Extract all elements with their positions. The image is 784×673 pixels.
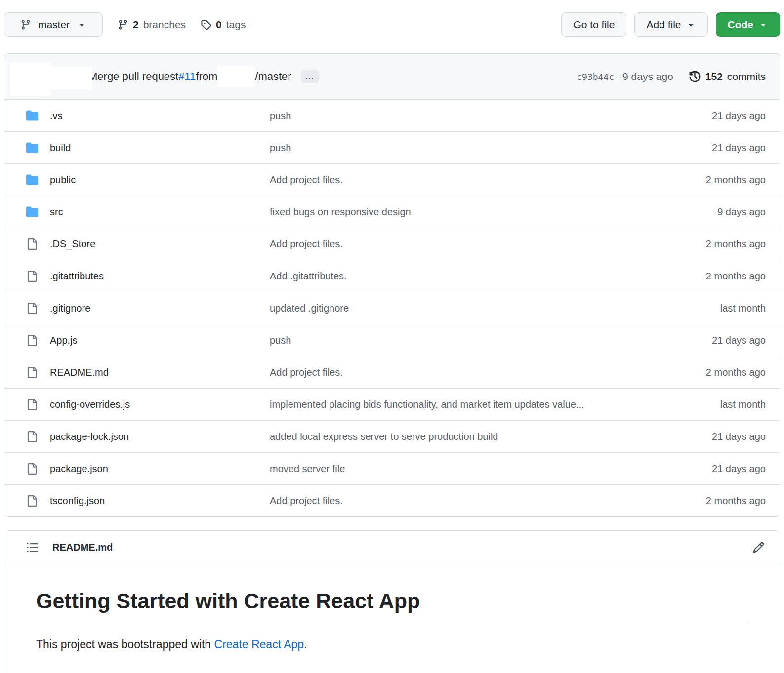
last-commit-date: 21 days ago <box>712 142 766 154</box>
readme-content: Getting Started with Create React App Th… <box>4 564 780 673</box>
readme-header: README.md <box>4 531 780 564</box>
commits-count: 152 <box>705 71 723 82</box>
file-icon <box>26 335 38 346</box>
branches-count: 2 <box>133 19 139 31</box>
file-row: src fixed bugs on responsive design 9 da… <box>4 196 780 228</box>
folder-icon <box>26 206 38 218</box>
last-commit-date: 2 months ago <box>706 495 766 507</box>
git-branch-icon <box>118 19 128 30</box>
file-name-link[interactable]: .vs <box>50 110 270 121</box>
commit-message-link[interactable]: push <box>270 110 712 121</box>
file-row: tsconfig.json Add project files. 2 month… <box>4 484 780 516</box>
file-name-link[interactable]: README.md <box>50 367 270 378</box>
current-branch-label: master <box>38 19 70 31</box>
file-icon <box>26 463 38 475</box>
file-row: App.js push 21 days ago <box>4 324 780 356</box>
chevron-down-icon <box>758 20 768 30</box>
latest-commit-bar: Merge pull request #11 from /master ... … <box>4 54 780 99</box>
readme-outline-button[interactable] <box>26 541 39 554</box>
repo-toolbar: master 2 branches 0 tags Go to file Add … <box>4 12 780 37</box>
file-icon <box>26 367 38 378</box>
file-name-link[interactable]: config-overrides.js <box>50 399 270 410</box>
file-row: package.json moved server file 21 days a… <box>4 452 780 484</box>
file-name-link[interactable]: public <box>50 174 270 186</box>
commit-message-link[interactable]: moved server file <box>270 463 712 475</box>
tags-count: 0 <box>216 19 222 31</box>
folder-icon <box>26 142 38 154</box>
file-icon <box>26 238 38 250</box>
file-name-link[interactable]: tsconfig.json <box>50 495 270 507</box>
pr-link[interactable]: #11 <box>178 70 196 83</box>
commit-message-link[interactable]: push <box>270 142 712 154</box>
commit-message-link[interactable]: Add project files. <box>270 367 706 378</box>
repo-page: master 2 branches 0 tags Go to file Add … <box>0 0 784 673</box>
chevron-down-icon <box>77 20 86 30</box>
create-react-app-link[interactable]: Create React App <box>214 638 304 651</box>
code-button[interactable]: Code <box>716 12 781 37</box>
toolbar-actions: Go to file Add file Code <box>561 12 780 37</box>
file-name-link[interactable]: src <box>50 206 270 218</box>
tags-link[interactable]: 0 tags <box>201 19 246 31</box>
commit-message-link[interactable]: Add .gitattributes. <box>270 271 706 282</box>
file-icon <box>26 399 38 410</box>
file-name-link[interactable]: package.json <box>50 463 270 475</box>
readme-box: README.md Getting Started with Create Re… <box>4 530 780 673</box>
last-commit-date: 21 days ago <box>712 335 766 346</box>
branch-selector-button[interactable]: master <box>4 12 103 37</box>
file-row: public Add project files. 2 months ago <box>4 163 780 196</box>
last-commit-date: 2 months ago <box>706 238 766 250</box>
folder-icon <box>26 174 38 186</box>
file-name-link[interactable]: App.js <box>50 335 270 346</box>
commit-message: Merge pull request #11 from /master <box>88 66 291 87</box>
readme-paragraph: This project was bootstrapped with Creat… <box>36 638 748 651</box>
commit-message-link[interactable]: Add project files. <box>270 495 706 507</box>
file-icon <box>26 303 38 314</box>
file-browser-box: Merge pull request #11 from /master ... … <box>4 53 780 517</box>
redacted-org-name <box>217 66 255 87</box>
file-row: build push 21 days ago <box>4 131 780 163</box>
commit-history-link[interactable]: 152 commits <box>689 71 766 83</box>
commit-message-link[interactable]: fixed bugs on responsive design <box>270 206 717 218</box>
file-icon <box>26 431 38 442</box>
list-icon <box>26 541 39 554</box>
file-table-body: .vs push 21 days ago build push 21 days … <box>4 99 780 516</box>
go-to-file-button[interactable]: Go to file <box>561 12 626 37</box>
add-file-button[interactable]: Add file <box>634 12 707 37</box>
commit-message-link[interactable]: implemented placing bids functionality, … <box>270 399 720 410</box>
file-name-link[interactable]: .gitattributes <box>50 271 270 282</box>
readme-heading: Getting Started with Create React App <box>36 588 748 621</box>
commit-message-link[interactable]: added local express server to serve prod… <box>270 431 712 442</box>
file-icon <box>26 495 38 507</box>
commit-hash-link[interactable]: c93b44c <box>577 72 614 82</box>
commit-message-expand-button[interactable]: ... <box>301 70 319 83</box>
last-commit-date: last month <box>720 399 766 410</box>
file-row: .gitattributes Add .gitattributes. 2 mon… <box>4 260 780 292</box>
file-name-link[interactable]: .DS_Store <box>50 238 270 250</box>
commit-message-link[interactable]: Add project files. <box>270 238 706 250</box>
file-name-link[interactable]: package-lock.json <box>50 431 270 442</box>
git-branch-icon <box>20 19 31 30</box>
last-commit-date: 21 days ago <box>712 463 766 475</box>
file-row: .gitignore updated .gitignore last month <box>4 292 780 324</box>
last-commit-date: 9 days ago <box>717 206 766 218</box>
commits-label: commits <box>727 71 766 82</box>
commit-message-link[interactable]: push <box>270 335 712 346</box>
file-name-link[interactable]: .gitignore <box>50 303 270 314</box>
commit-message-link[interactable]: updated .gitignore <box>270 303 720 314</box>
last-commit-date: 2 months ago <box>706 271 766 282</box>
file-row: config-overrides.js implemented placing … <box>4 388 780 420</box>
folder-icon <box>26 110 38 121</box>
file-row: .vs push 21 days ago <box>4 99 780 131</box>
file-icon <box>26 271 38 282</box>
tags-label: tags <box>226 19 246 31</box>
readme-edit-button[interactable] <box>752 541 765 554</box>
history-icon <box>689 71 701 83</box>
commit-meta: c93b44c 9 days ago 152 commits <box>577 71 766 83</box>
commit-message-link[interactable]: Add project files. <box>270 174 706 186</box>
last-commit-date: 21 days ago <box>712 110 766 121</box>
tag-icon <box>201 19 211 30</box>
branches-label: branches <box>143 19 186 31</box>
file-name-link[interactable]: build <box>50 142 270 154</box>
file-row: .DS_Store Add project files. 2 months ag… <box>4 228 780 260</box>
branches-link[interactable]: 2 branches <box>118 19 186 31</box>
